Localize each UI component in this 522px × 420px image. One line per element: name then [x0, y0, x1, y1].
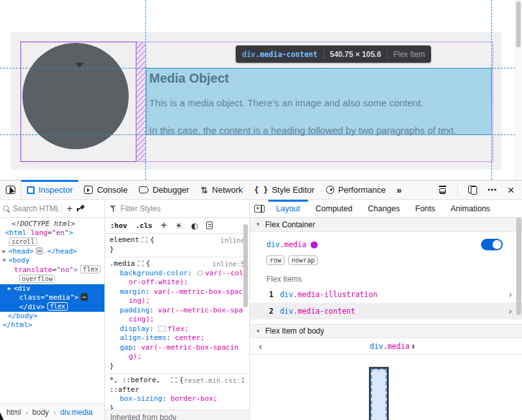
declaration-box-sizing[interactable]: box-sizing: border-box; — [110, 394, 245, 404]
color-scheme-icon[interactable]: ◐ — [191, 222, 198, 230]
rules-scrollbar-thumb[interactable] — [243, 224, 248, 307]
markup-scroll-badge-row: scroll — [0, 238, 104, 247]
devtools-panels: + <!DOCTYPE html> <html lang="en"> scrol… — [0, 200, 522, 420]
overlay-color-swatch[interactable] — [311, 241, 318, 248]
scroll-badge[interactable]: scroll — [9, 238, 37, 246]
toggle-classes-button[interactable]: .cls — [136, 222, 153, 230]
pick-element-button[interactable] — [0, 181, 21, 199]
markup-body-close[interactable]: </body> — [0, 312, 104, 321]
page-scrollbar[interactable] — [515, 0, 522, 180]
flex-item-row-1[interactable]: 1 div.media-illustration › — [250, 286, 522, 303]
more-tabs-button[interactable]: » — [391, 181, 407, 199]
twisty-icon[interactable]: ▶ — [8, 284, 13, 293]
flex-items-label: Flex Items — [266, 275, 522, 284]
tab-console[interactable]: Console — [78, 181, 133, 199]
rule-source-link[interactable]: inline:5 — [212, 259, 245, 269]
markup-head-row[interactable]: ▶<head>⋯ </head> — [0, 247, 104, 256]
chevron-right-icon[interactable]: › — [508, 289, 513, 300]
light-theme-icon[interactable]: ☀ — [175, 222, 183, 230]
page-scrollbar-thumb[interactable] — [516, 1, 521, 47]
print-media-icon[interactable] — [206, 222, 213, 229]
highlight-selector-icon[interactable] — [142, 237, 147, 243]
add-node-button[interactable]: + — [65, 204, 74, 214]
tab-network[interactable]: ⇅ Network — [195, 181, 248, 199]
expand-ellipsis-badge[interactable]: ⋯ — [81, 293, 88, 301]
markup-html-close[interactable]: </html> — [0, 321, 104, 330]
toolbar-separator — [61, 204, 62, 214]
declaration-align-items[interactable]: align-items: center; — [110, 334, 245, 343]
chevron-right-icon[interactable]: › — [508, 306, 513, 316]
markup-body-attr-row[interactable]: translate="no">flex — [0, 265, 104, 275]
markup-html-open[interactable]: <html lang="en"> — [0, 229, 104, 238]
tab-performance[interactable]: Performance — [320, 181, 391, 199]
markup-doctype[interactable]: <!DOCTYPE html> — [0, 220, 104, 229]
color-swatch[interactable] — [197, 270, 203, 276]
eyedropper-icon[interactable] — [77, 205, 85, 213]
container-tag[interactable]: div — [266, 240, 280, 249]
device-toolbar-icon[interactable] — [438, 186, 447, 194]
tab-changes[interactable]: Changes — [360, 200, 407, 217]
infobar-flex-item-label: Flex Item — [393, 50, 425, 59]
flex-highlighter-toggle[interactable] — [481, 239, 503, 250]
twisty-icon[interactable]: ▼ — [256, 222, 261, 227]
declaration-background-color[interactable]: background-color: var(--color-off-white)… — [110, 269, 245, 287]
style-editor-icon: { } — [254, 186, 268, 195]
container-class[interactable]: .media — [280, 240, 307, 249]
mouse-cursor — [0, 412, 7, 420]
flex-item-of-body-header[interactable]: ▼ Flex Item of body — [250, 324, 522, 338]
rule-media[interactable]: inline:5 .media{ background-color: var(-… — [105, 257, 249, 374]
twisty-icon[interactable]: ▶ — [3, 247, 8, 256]
flex-gap-hatch — [136, 42, 146, 161]
markup-selected-node[interactable]: ▶<div class="media">⋯ </div>flex — [0, 284, 104, 312]
highlight-selector-icon[interactable] — [138, 261, 143, 266]
item-switcher-icon[interactable]: ▴▾ — [412, 344, 414, 350]
add-rule-button[interactable]: + — [161, 220, 167, 231]
browser-viewport: Media Object This is a media object. The… — [0, 0, 522, 180]
breadcrumb-separator: › — [26, 408, 28, 416]
declaration-padding[interactable]: padding: var(--metric-box-spacing); — [110, 306, 245, 325]
tab-animations[interactable]: Animations — [443, 200, 498, 217]
breadcrumb-item-div-media[interactable]: div.media — [60, 408, 92, 417]
search-html-input[interactable] — [13, 204, 59, 213]
breadcrumb-item-body[interactable]: body — [32, 408, 49, 417]
expand-ellipsis-badge[interactable]: ⋯ — [36, 247, 43, 255]
flex-container-header[interactable]: ▼ Flex Container — [250, 218, 522, 232]
filter-styles-input[interactable] — [120, 204, 245, 213]
flex-badge[interactable]: flex — [47, 302, 68, 311]
flex-item-diagram-rect — [369, 367, 389, 420]
markup-search-row: + — [0, 200, 104, 218]
responsive-design-mode-icon[interactable] — [468, 186, 477, 195]
tab-network-label: Network — [212, 185, 243, 195]
breadcrumb-item-html[interactable]: html — [6, 408, 21, 417]
flex-container-row: div.media — [250, 232, 522, 252]
flex-item-row-2[interactable]: 2 div.media-content › — [250, 303, 522, 319]
rule-source-link[interactable]: reset.min.css:1 — [184, 376, 245, 385]
highlight-selector-icon[interactable] — [171, 377, 177, 383]
markup-body-open-row[interactable]: ▼<body — [0, 256, 104, 265]
infobar-separator — [323, 50, 324, 59]
tab-style-editor[interactable]: { } Style Editor — [249, 181, 320, 199]
back-chevron-icon[interactable]: ‹ — [250, 341, 262, 351]
tab-inspector[interactable]: Inspector — [21, 181, 78, 199]
toggle-pseudo-classes-button[interactable]: :hov — [110, 222, 127, 230]
overflow-badge[interactable]: overflow — [19, 275, 55, 283]
flex-badge[interactable]: flex — [80, 265, 101, 273]
declaration-margin[interactable]: margin: var(--metric-box-spacing); — [110, 287, 245, 306]
twisty-icon[interactable]: ▼ — [3, 256, 8, 265]
rule-element[interactable]: inline element{ } — [105, 234, 249, 257]
devtools-menu-icon[interactable]: ••• — [487, 186, 497, 193]
tab-debugger[interactable]: Debugger — [133, 181, 195, 199]
declaration-display[interactable]: display: flex; — [110, 325, 245, 334]
tab-computed[interactable]: Computed — [308, 200, 361, 217]
infobar-tag: div — [242, 50, 256, 59]
flex-highlighter-icon[interactable] — [158, 326, 166, 332]
flex-item-selector[interactable]: div.media▴▾ — [262, 342, 522, 351]
twisty-icon[interactable]: ▼ — [256, 328, 261, 334]
layout-scrollbar-thumb[interactable] — [516, 218, 521, 315]
tab-fonts[interactable]: Fonts — [407, 200, 443, 217]
declaration-gap[interactable]: gap: var(--metric-box-spacing); — [110, 343, 245, 362]
close-devtools-icon[interactable]: × — [507, 184, 514, 196]
sidebar-toggle-icon[interactable] — [254, 205, 265, 213]
tab-layout[interactable]: Layout — [268, 200, 308, 217]
rule-source-link[interactable]: inline — [220, 236, 245, 245]
